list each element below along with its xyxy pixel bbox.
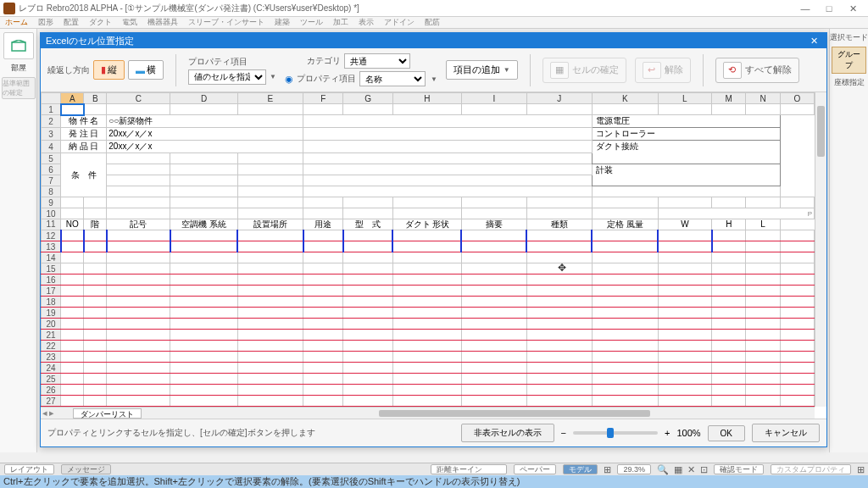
dialog-toolbar: 繰返し方向 ▮縦 ▬横 プロパティ項目 値のセルを指定 ▼ カテゴリ 共通 ◉ … (41, 48, 826, 92)
cell-confirm-button[interactable]: ▦ セルの確定 (542, 58, 626, 83)
message-tab[interactable]: メッセージ (61, 464, 111, 474)
menu-item[interactable]: ツール (300, 17, 323, 28)
spreadsheet-area: ABCDEFGHIJKLMNO12物 件 名○○新築物件電源電圧3発 注 日20… (41, 92, 826, 419)
menu-item[interactable]: 表示 (359, 17, 374, 28)
col-header[interactable]: E (237, 93, 303, 104)
cell-value-select[interactable]: 値のセルを指定 (188, 69, 266, 85)
dist-input[interactable]: 距離キーイン (431, 464, 507, 474)
release-icon: ↩ (643, 62, 661, 79)
custom-prop[interactable]: カスタムプロパティ (771, 464, 851, 474)
col-header[interactable]: D (170, 93, 237, 104)
maximize-button[interactable]: □ (817, 1, 841, 16)
base-confirm-button[interactable]: 基準範囲の確定 (2, 77, 36, 99)
release-all-icon: ⟲ (723, 62, 742, 79)
menu-item[interactable]: アドイン (384, 17, 415, 28)
horizontal-scrollbar[interactable]: ◂▸ ダンパーリスト (41, 407, 815, 419)
cell-position-dialog: Excelのセル位置指定 ✕ 繰返し方向 ▮縦 ▬横 プロパティ項目 値のセルを… (40, 32, 827, 447)
room-icon (11, 40, 26, 52)
zoom-value: 100% (676, 428, 700, 438)
status-help: Ctrl+左クリックで要素を追加選択。Shift+左クリックで選択要素の解除。(… (3, 475, 520, 488)
col-header[interactable]: N (746, 93, 780, 104)
category-select[interactable]: 共通 (344, 53, 410, 69)
app-title: レブロ Rebro2018 ALPHA - [①サンプル機械室(ダンパ発注書) … (19, 3, 793, 14)
menu-home[interactable]: ホーム (5, 17, 28, 28)
layout-tab[interactable]: レイアウト (4, 464, 54, 474)
vertical-scrollbar[interactable] (815, 92, 826, 407)
col-header[interactable]: J (526, 93, 592, 104)
sheet-tab[interactable]: ダンパーリスト (73, 408, 142, 419)
col-header[interactable]: A (61, 93, 84, 104)
menu-item[interactable]: 電気 (122, 17, 137, 28)
sb-icon[interactable]: ⊞ (857, 464, 865, 475)
prop-item-select[interactable]: 名称 (359, 71, 426, 86)
col-header[interactable]: H (392, 93, 461, 104)
sb-icon[interactable]: ✕ (687, 464, 695, 475)
col-header[interactable]: I (461, 93, 526, 104)
right-panel: 選択モード グループ 座標指定 (829, 29, 868, 452)
grid-table[interactable]: ABCDEFGHIJKLMNO12物 件 名○○新築物件電源電圧3発 注 日20… (41, 92, 815, 407)
prop-item-label: プロパティ項目 (297, 73, 356, 85)
hide-cells-button[interactable]: 非表示セルの表示 (461, 424, 554, 442)
zoom-status[interactable]: 29.3% (617, 464, 651, 474)
sb-icon[interactable]: ▦ (674, 464, 682, 475)
col-header[interactable]: M (712, 93, 746, 104)
add-item-button[interactable]: 項目の追加▼ (446, 60, 518, 80)
zoom-minus[interactable]: − (561, 428, 566, 438)
col-header[interactable]: L (658, 93, 711, 104)
cancel-button[interactable]: キャンセル (752, 424, 820, 442)
col-header[interactable]: K (592, 93, 658, 104)
menu-item[interactable]: 配筋 (425, 17, 440, 28)
category-label: カテゴリ (285, 55, 341, 67)
room-label: 部屋 (0, 63, 36, 74)
col-header[interactable]: G (343, 93, 393, 104)
dialog-close-icon[interactable]: ✕ (807, 36, 821, 47)
menu-item[interactable]: 配置 (64, 17, 79, 28)
svg-rect-0 (12, 42, 25, 51)
chevron-down-icon[interactable]: ▼ (431, 75, 437, 83)
repeat-dir-label: 繰返し方向 (47, 64, 90, 76)
footer-hint: プロパティとリンクするセルを指定し、[セルの確定]ボタンを押します (47, 427, 454, 439)
paper-button[interactable]: ペーパー (514, 464, 556, 474)
statusbar: レイアウト メッセージ 距離キーイン ペーパー モデル ⊞ 29.3% 🔍 ▦ … (0, 463, 868, 488)
menu-item[interactable]: スリーブ・インサート (188, 17, 264, 28)
info-icon[interactable]: ◉ (285, 74, 293, 85)
zoom-plus[interactable]: + (665, 428, 670, 438)
sb-icon[interactable]: ⊡ (700, 464, 708, 475)
dialog-titlebar: Excelのセル位置指定 ✕ (41, 33, 826, 48)
property-section-label: プロパティ項目 (188, 56, 248, 68)
col-header[interactable]: O (780, 93, 814, 104)
select-mode-label: 選択モード (830, 32, 868, 43)
dialog-footer: プロパティとリンクするセルを指定し、[セルの確定]ボタンを押します 非表示セルの… (41, 419, 826, 446)
release-button[interactable]: ↩ 解除 (635, 58, 691, 83)
left-panel: 部屋 基準範囲の確定 (0, 29, 37, 452)
col-header[interactable]: F (303, 93, 343, 104)
app-icon (3, 3, 15, 14)
menu-item[interactable]: 図形 (38, 17, 53, 28)
ok-button[interactable]: OK (708, 425, 745, 441)
move-cursor-icon: ✥ (558, 262, 566, 274)
dialog-title: Excelのセル位置指定 (46, 35, 134, 47)
release-all-button[interactable]: ⟲ すべて解除 (715, 58, 799, 83)
sb-icon[interactable]: ⊞ (604, 464, 611, 475)
coord-label: 座標指定 (830, 77, 868, 88)
col-header[interactable]: B (84, 93, 107, 104)
sb-icon[interactable]: 🔍 (657, 464, 669, 475)
close-button[interactable]: ✕ (841, 1, 865, 16)
menu-item[interactable]: 建築 (275, 17, 290, 28)
room-button[interactable] (3, 32, 34, 59)
confirm-mode[interactable]: 確認モード (714, 464, 764, 474)
chevron-down-icon[interactable]: ▼ (270, 73, 276, 80)
col-header[interactable]: C (107, 93, 170, 104)
model-button[interactable]: モデル (563, 464, 598, 474)
vertical-toggle[interactable]: ▮縦 (93, 60, 125, 80)
horizontal-toggle[interactable]: ▬横 (128, 60, 164, 80)
zoom-slider[interactable] (573, 431, 658, 435)
confirm-icon: ▦ (550, 62, 569, 79)
minimize-button[interactable]: — (793, 1, 817, 16)
group-tab[interactable]: グループ (832, 47, 866, 74)
menu-item[interactable]: 機器器具 (147, 17, 178, 28)
main-menubar: ホーム 図形 配置 ダクト 電気 機器器具 スリーブ・インサート 建築 ツール … (0, 17, 868, 29)
app-titlebar: レブロ Rebro2018 ALPHA - [①サンプル機械室(ダンパ発注書) … (0, 0, 868, 17)
menu-item[interactable]: 加工 (333, 17, 348, 28)
menu-item[interactable]: ダクト (89, 17, 112, 28)
